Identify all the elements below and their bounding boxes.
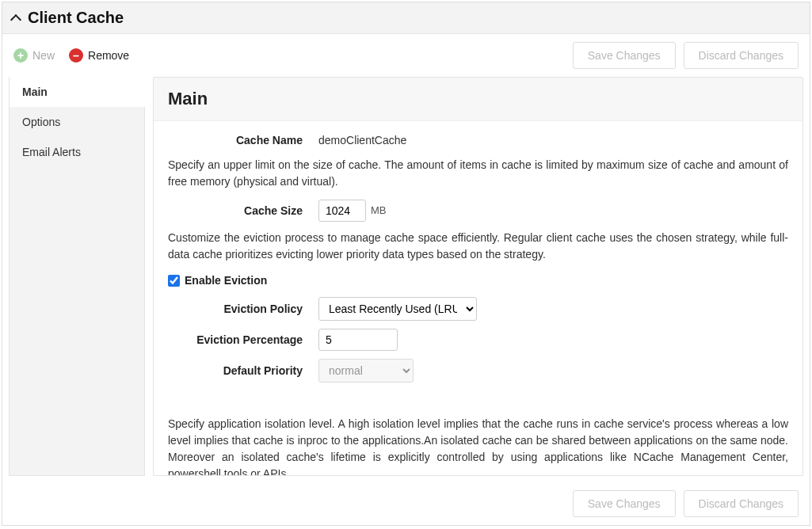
default-priority-select: normal [318,359,414,382]
size-description: Specify an upper limit on the size of ca… [168,157,788,190]
panel-header: Client Cache [2,2,810,34]
cache-size-input[interactable] [318,200,366,222]
cache-name-value: demoClientCache [318,132,788,149]
eviction-percentage-label: Eviction Percentage [168,332,318,348]
isolation-description: Specify application isolation level. A h… [168,416,788,475]
sidebar-item-main[interactable]: Main [10,77,145,107]
enable-eviction-checkbox[interactable] [168,275,180,287]
sidebar-item-email-alerts[interactable]: Email Alerts [10,137,144,167]
panel-head: Main [154,78,802,121]
minus-icon: – [69,48,83,63]
main-panel: Main Cache Name demoClientCache Specify … [153,77,803,476]
panel-title: Main [168,89,788,109]
new-button-label: New [32,49,55,62]
discard-changes-button-top[interactable]: Discard Changes [684,42,799,69]
plus-icon: + [13,48,28,63]
cache-name-label: Cache Name [168,132,318,149]
toolbar: + New – Remove Save Changes Discard Chan… [2,34,810,77]
cache-size-unit: MB [371,203,387,219]
eviction-percentage-input[interactable] [318,329,398,351]
default-priority-label: Default Priority [168,363,318,379]
footer: Save Changes Discard Changes [2,482,810,525]
enable-eviction-label: Enable Eviction [185,272,267,289]
save-changes-button-bottom[interactable]: Save Changes [573,490,676,517]
collapse-caret-icon[interactable] [10,13,21,25]
remove-button[interactable]: – Remove [69,48,129,63]
new-button: + New [13,48,55,63]
page-title: Client Cache [28,9,124,27]
sidebar: Main Options Email Alerts [9,77,145,476]
eviction-policy-select[interactable]: Least Recently Used (LRU) [318,297,477,321]
discard-changes-button-bottom[interactable]: Discard Changes [684,490,799,517]
eviction-description: Customize the eviction process to manage… [168,230,788,263]
remove-button-label: Remove [88,49,129,62]
save-changes-button-top[interactable]: Save Changes [573,42,676,69]
cache-size-label: Cache Size [168,203,318,219]
eviction-policy-label: Eviction Policy [168,301,318,318]
sidebar-item-options[interactable]: Options [10,107,144,137]
